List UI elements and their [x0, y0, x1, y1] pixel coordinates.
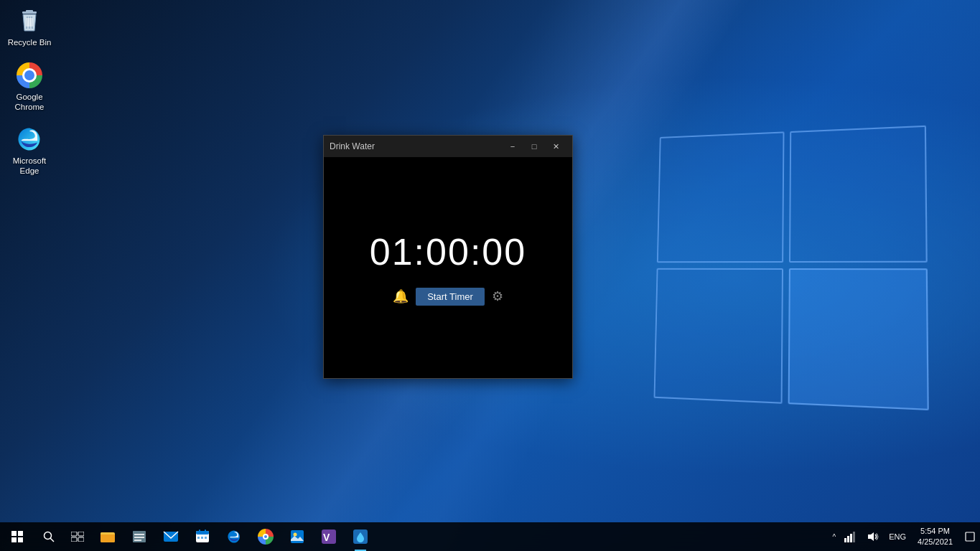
- network-icon[interactable]: [839, 522, 862, 551]
- timer-display: 01:00:00: [370, 230, 526, 273]
- svg-line-11: [50, 538, 54, 542]
- taskbar-pinned-apps: V: [92, 522, 376, 551]
- language-indicator[interactable]: ENG: [885, 532, 910, 541]
- chrome-label: Google Chrome: [6, 93, 52, 113]
- svg-point-30: [294, 533, 297, 537]
- edge-label: Microsoft Edge: [6, 156, 52, 176]
- timer-controls: 🔔 Start Timer ⚙: [393, 288, 503, 306]
- settings-icon[interactable]: ⚙: [492, 288, 503, 304]
- file-explorer-icon: [100, 529, 116, 545]
- svg-rect-12: [71, 532, 77, 536]
- microsoft-edge-icon[interactable]: Microsoft Edge: [4, 122, 55, 179]
- drink-water-icon: [353, 529, 368, 545]
- maximize-button[interactable]: □: [523, 136, 545, 157]
- taskbar-mail[interactable]: [155, 522, 187, 551]
- taskbar-calendar[interactable]: [187, 522, 218, 551]
- notification-center-button[interactable]: [960, 522, 980, 551]
- minimize-button[interactable]: −: [502, 136, 523, 157]
- recycle-bin-icon[interactable]: Recycle Bin: [4, 4, 55, 51]
- svg-text:V: V: [323, 532, 330, 543]
- show-hidden-icons-button[interactable]: ^: [830, 533, 839, 541]
- taskbar-drink-water[interactable]: [345, 522, 376, 551]
- date-display: 4/25/2021: [918, 537, 953, 547]
- svg-rect-15: [78, 537, 84, 542]
- svg-rect-19: [134, 537, 144, 538]
- svg-rect-35: [847, 536, 849, 542]
- svg-rect-26: [197, 537, 200, 539]
- svg-rect-14: [71, 537, 77, 542]
- calendar-icon: [195, 529, 210, 545]
- task-view-button[interactable]: [63, 522, 92, 551]
- drink-water-window: Drink Water − □ ✕ 01:00:00 🔔 Start Timer…: [323, 135, 573, 379]
- svg-rect-34: [844, 538, 846, 542]
- taskbar-edge-icon: [226, 529, 242, 545]
- bell-icon[interactable]: 🔔: [393, 288, 409, 304]
- svg-rect-23: [196, 531, 209, 534]
- svg-rect-28: [205, 537, 207, 539]
- desktop-icons: Recycle Bin Google Chrome: [4, 4, 55, 179]
- task-view-icon: [71, 532, 84, 542]
- window-titlebar[interactable]: Drink Water − □ ✕: [324, 136, 572, 157]
- visual-studio-icon: V: [321, 529, 337, 545]
- windows-logo-decoration: [650, 129, 923, 402]
- volume-indicator: [867, 531, 879, 542]
- close-button[interactable]: ✕: [545, 136, 566, 157]
- taskbar-vs[interactable]: V: [313, 522, 345, 551]
- search-icon: [43, 531, 55, 542]
- svg-rect-6: [11, 531, 17, 536]
- file-manager-icon: [131, 529, 147, 545]
- window-controls: − □ ✕: [502, 136, 566, 157]
- taskbar-chrome[interactable]: [250, 522, 281, 551]
- notification-icon: [965, 532, 975, 542]
- svg-rect-24: [199, 529, 200, 532]
- chrome-image: [15, 61, 44, 90]
- svg-rect-20: [134, 540, 141, 541]
- svg-rect-27: [201, 537, 203, 539]
- windows-start-icon: [11, 531, 23, 542]
- svg-rect-37: [853, 532, 855, 542]
- window-title: Drink Water: [330, 141, 502, 151]
- taskbar-search-button[interactable]: [34, 522, 63, 551]
- start-timer-button[interactable]: Start Timer: [416, 288, 485, 306]
- svg-rect-9: [18, 537, 23, 542]
- network-indicator: [844, 531, 856, 542]
- taskbar-edge[interactable]: [218, 522, 250, 551]
- recycle-bin-label: Recycle Bin: [8, 38, 52, 48]
- system-tray: ^ ENG: [830, 522, 980, 551]
- svg-rect-5: [26, 18, 33, 27]
- window-content: 01:00:00 🔔 Start Timer ⚙: [324, 157, 572, 378]
- time-display: 5:54 PM: [920, 526, 950, 537]
- start-button[interactable]: [0, 522, 34, 551]
- svg-rect-36: [850, 534, 852, 542]
- svg-rect-18: [134, 534, 144, 535]
- svg-rect-25: [205, 529, 206, 532]
- taskbar-file-manager[interactable]: [123, 522, 155, 551]
- taskbar-file-explorer[interactable]: [92, 522, 123, 551]
- recycle-bin-image: [15, 6, 44, 35]
- svg-rect-13: [78, 532, 84, 536]
- mail-icon: [163, 529, 179, 545]
- svg-rect-39: [966, 532, 974, 541]
- taskbar-chrome-icon: [258, 529, 274, 545]
- google-chrome-icon[interactable]: Google Chrome: [4, 58, 55, 116]
- svg-rect-7: [18, 531, 23, 536]
- desktop: Recycle Bin Google Chrome: [0, 0, 980, 551]
- svg-rect-1: [26, 10, 33, 12]
- clock-area[interactable]: 5:54 PM 4/25/2021: [910, 522, 960, 551]
- svg-marker-38: [868, 532, 874, 541]
- taskbar: V ^: [0, 522, 980, 551]
- edge-image: [15, 125, 44, 154]
- photos-icon: [289, 529, 305, 545]
- taskbar-photos[interactable]: [281, 522, 313, 551]
- svg-rect-8: [11, 537, 17, 542]
- svg-rect-29: [291, 530, 304, 543]
- volume-icon[interactable]: [862, 522, 885, 551]
